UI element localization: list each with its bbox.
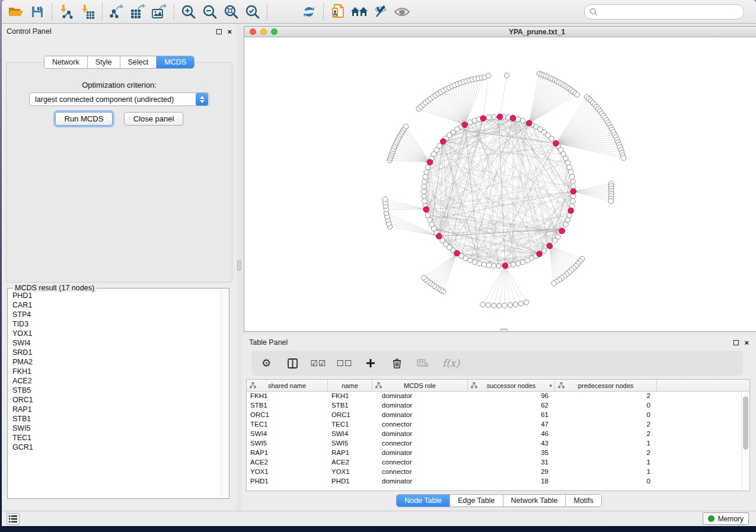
zoom-out-button[interactable] xyxy=(199,2,221,22)
mcds-node[interactable] xyxy=(570,188,576,194)
tab-network-table[interactable]: Network Table xyxy=(503,495,566,507)
graph-node[interactable] xyxy=(570,179,576,184)
mcds-result-list[interactable]: PHD1CAR1STP4TID3YOX1SWI4SRD1PMA2FKH1ACE2… xyxy=(9,291,220,497)
maximize-traffic-light[interactable] xyxy=(271,28,277,35)
mcds-node[interactable] xyxy=(559,228,565,234)
export-image-button[interactable] xyxy=(149,2,170,22)
tab-select[interactable]: Select xyxy=(120,56,157,68)
tab-mcds[interactable]: MCDS xyxy=(156,56,194,68)
table-row[interactable]: ACE2ACE2connector311 xyxy=(247,458,749,467)
list-item[interactable]: PHD1 xyxy=(12,291,220,300)
search-input[interactable] xyxy=(584,4,744,20)
list-item[interactable]: STB1 xyxy=(12,414,220,424)
mcds-node[interactable] xyxy=(480,116,486,121)
graph-node[interactable] xyxy=(486,303,491,308)
network-graph[interactable] xyxy=(244,37,756,331)
mcds-node[interactable] xyxy=(553,140,559,146)
graph-node[interactable] xyxy=(541,248,547,254)
graph-node[interactable] xyxy=(486,73,492,78)
graph-node[interactable] xyxy=(569,174,575,180)
list-item[interactable]: YOX1 xyxy=(12,329,220,338)
graph-node[interactable] xyxy=(621,155,626,161)
graph-node[interactable] xyxy=(437,143,442,149)
function-builder-icon[interactable]: f(x) xyxy=(442,357,460,369)
graph-node[interactable] xyxy=(552,238,557,243)
refresh-button[interactable] xyxy=(298,2,320,22)
graph-node[interactable] xyxy=(515,117,521,122)
table-row[interactable]: ORC1ORC1dominator610 xyxy=(247,411,749,420)
graph-node[interactable] xyxy=(425,165,430,170)
table-row[interactable]: RAP1RAP1dominator352 xyxy=(247,448,749,458)
graph-node[interactable] xyxy=(491,303,496,309)
column-menu-icon[interactable]: ▾ xyxy=(549,383,552,389)
graph-node[interactable] xyxy=(515,261,521,266)
list-item[interactable]: STP4 xyxy=(12,310,220,319)
tab-style[interactable]: Style xyxy=(87,56,120,68)
run-mcds-button[interactable]: Run MCDS xyxy=(55,112,113,126)
graph-node[interactable] xyxy=(425,213,430,218)
list-item[interactable]: SWI5 xyxy=(12,424,220,433)
import-table-button[interactable] xyxy=(77,2,98,22)
list-item[interactable]: STB5 xyxy=(12,386,220,395)
memory-button[interactable]: Memory xyxy=(703,512,749,525)
close-panel-icon[interactable]: × xyxy=(227,29,232,34)
column-header-name[interactable]: name xyxy=(328,380,372,391)
mcds-node[interactable] xyxy=(537,251,543,257)
graph-node[interactable] xyxy=(480,302,486,307)
list-item[interactable]: SWI4 xyxy=(12,338,220,348)
mcds-node[interactable] xyxy=(497,114,503,120)
export-table-button[interactable] xyxy=(127,2,149,22)
home-button[interactable] xyxy=(349,2,370,22)
add-column-icon[interactable] xyxy=(364,356,377,370)
optimization-criterion-dropdown[interactable]: largest connected component (undirected) xyxy=(29,92,209,106)
graph-node[interactable] xyxy=(496,264,502,269)
graph-node[interactable] xyxy=(568,169,573,175)
network-window-titlebar[interactable]: YPA_prune.txt_1 xyxy=(244,27,756,37)
graph-node[interactable] xyxy=(486,115,492,120)
list-item[interactable]: RAP1 xyxy=(12,405,220,414)
float-panel-icon[interactable] xyxy=(733,340,739,345)
graph-node[interactable] xyxy=(403,124,409,129)
graph-node[interactable] xyxy=(508,303,513,308)
table-row[interactable]: SWI5SWI5connector431 xyxy=(247,439,749,448)
network-canvas[interactable] xyxy=(244,37,756,331)
column-header-MCDS-role[interactable]: MCDS role xyxy=(372,380,468,391)
mcds-node[interactable] xyxy=(526,120,532,126)
graph-node[interactable] xyxy=(486,263,492,268)
select-all-checkboxes-icon[interactable]: ☑☑ xyxy=(312,356,325,370)
minimize-traffic-light[interactable] xyxy=(260,28,267,35)
close-traffic-light[interactable] xyxy=(250,28,256,35)
mcds-node[interactable] xyxy=(427,159,433,165)
tab-motifs[interactable]: Motifs xyxy=(565,495,601,507)
graph-node[interactable] xyxy=(551,281,557,286)
table-row[interactable]: SWI4SWI4dominator462 xyxy=(247,430,749,439)
graph-node[interactable] xyxy=(497,303,502,309)
show-visibility-button[interactable] xyxy=(391,2,413,22)
vertical-split-divider[interactable] xyxy=(237,24,242,511)
graph-node[interactable] xyxy=(513,302,518,307)
mcds-node[interactable] xyxy=(441,139,446,145)
table-row[interactable]: YOX1YOX1connector291 xyxy=(247,467,749,477)
graph-node[interactable] xyxy=(570,198,576,204)
delete-table-icon[interactable] xyxy=(416,356,429,370)
import-network-button[interactable] xyxy=(56,2,77,22)
save-session-button[interactable] xyxy=(27,2,48,22)
horizontal-divider-grip[interactable] xyxy=(500,328,508,332)
mcds-node[interactable] xyxy=(436,233,442,239)
zoom-in-button[interactable] xyxy=(178,2,199,22)
graph-node[interactable] xyxy=(424,169,429,175)
graph-node[interactable] xyxy=(504,73,509,78)
graph-node[interactable] xyxy=(502,303,508,308)
hide-visualization-button[interactable] xyxy=(370,2,391,22)
graph-node[interactable] xyxy=(524,300,529,305)
graph-node[interactable] xyxy=(472,118,477,123)
close-panel-icon[interactable]: × xyxy=(744,340,749,345)
unselect-all-checkboxes-icon[interactable]: ☐☐ xyxy=(338,356,351,370)
list-item[interactable]: GCR1 xyxy=(12,443,220,452)
mcds-node[interactable] xyxy=(502,263,508,269)
graph-node[interactable] xyxy=(422,194,427,199)
table-row[interactable]: TEC1TEC1connector472 xyxy=(247,420,749,430)
export-network-button[interactable] xyxy=(106,2,127,22)
divider-grip[interactable] xyxy=(237,260,241,271)
tab-node-table[interactable]: Node Table xyxy=(397,495,449,507)
